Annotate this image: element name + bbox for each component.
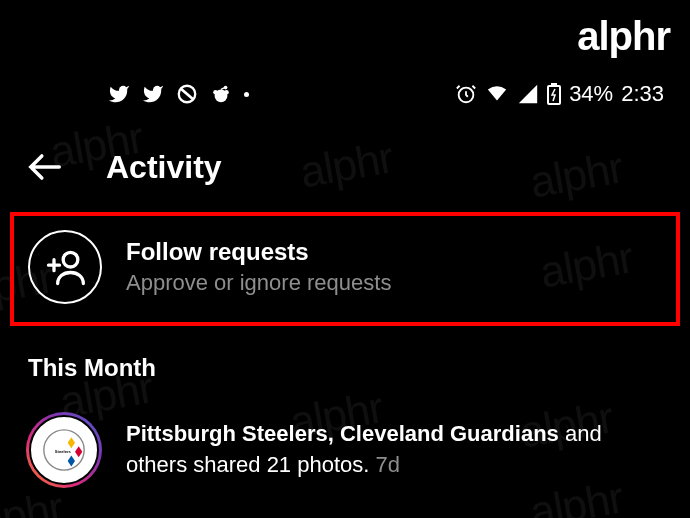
alarm-icon: [455, 83, 477, 105]
wifi-icon: [485, 83, 509, 105]
avatar-story-ring: Steelers: [26, 412, 102, 488]
svg-point-9: [63, 252, 78, 267]
battery-icon: [547, 83, 561, 105]
signal-icon: [517, 83, 539, 105]
activity-account-1: Pittsburgh Steelers: [126, 421, 328, 446]
follow-requests-title: Follow requests: [126, 238, 391, 266]
header: Activity: [0, 148, 690, 186]
follow-requests-item[interactable]: Follow requests Approve or ignore reques…: [10, 212, 680, 326]
activity-text: Pittsburgh Steelers, Cleveland Guardians…: [126, 419, 664, 481]
svg-point-2: [224, 90, 229, 95]
activity-time: 7d: [376, 452, 400, 477]
back-button[interactable]: [26, 148, 64, 186]
activity-account-2: Cleveland Guardians: [340, 421, 559, 446]
svg-text:Steelers: Steelers: [55, 449, 72, 454]
reddit-icon: [210, 83, 232, 105]
svg-point-3: [213, 90, 218, 95]
clock-time: 2:33: [621, 81, 664, 107]
app-notification-icon: [176, 83, 198, 105]
svg-line-5: [221, 88, 225, 90]
section-header-this-month: This Month: [28, 354, 156, 382]
brand-logo: alphr: [577, 14, 670, 59]
steelers-logo-icon: Steelers: [42, 428, 86, 472]
avatar-image: Steelers: [29, 415, 99, 485]
follow-requests-subtitle: Approve or ignore requests: [126, 270, 391, 296]
battery-percent: 34%: [569, 81, 613, 107]
twitter-icon: [142, 83, 164, 105]
status-notifications: [108, 83, 249, 105]
status-indicators: 34% 2:33: [455, 81, 664, 107]
activity-item[interactable]: Steelers Pittsburgh Steelers, Cleveland …: [26, 412, 664, 488]
page-title: Activity: [106, 149, 222, 186]
more-notifications-dot: [244, 92, 249, 97]
svg-rect-8: [552, 83, 556, 86]
follow-requests-icon: [28, 230, 102, 304]
follow-requests-text: Follow requests Approve or ignore reques…: [126, 238, 391, 296]
twitter-icon: [108, 83, 130, 105]
status-bar: 34% 2:33: [0, 78, 690, 110]
